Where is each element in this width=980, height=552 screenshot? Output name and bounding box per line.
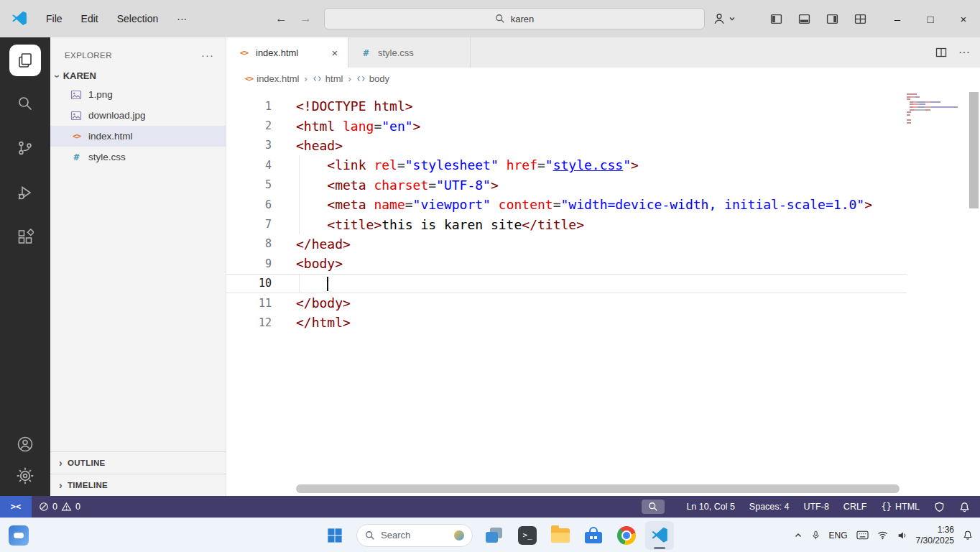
customize-layout-button[interactable] <box>854 13 866 25</box>
close-tab-button[interactable]: × <box>328 45 342 60</box>
menu-selection[interactable]: Selection <box>117 13 159 24</box>
forward-button[interactable]: → <box>300 12 312 26</box>
store-button[interactable] <box>579 521 608 550</box>
task-view-button[interactable] <box>480 521 509 550</box>
tab-indexhtml[interactable]: <> index.html × <box>226 37 348 68</box>
volume-icon[interactable] <box>897 530 907 540</box>
back-button[interactable]: ← <box>275 12 287 26</box>
code-line-12[interactable]: 12</html> <box>226 313 907 332</box>
minimap-line <box>907 98 967 100</box>
code-line-11[interactable]: 11</body> <box>226 293 907 313</box>
extensions-activity-button[interactable] <box>8 220 42 254</box>
code-text: <body> <box>296 256 343 271</box>
code-lines[interactable]: 1<!DOCTYPE html>2<html lang="en">3<head>… <box>226 96 907 333</box>
minimap[interactable] <box>907 93 967 124</box>
sidebar-bottom-sections: › OUTLINE › TIMELINE <box>50 451 226 496</box>
clock[interactable]: 1:36 7/30/2025 <box>916 525 954 546</box>
code-line-2[interactable]: 2<html lang="en"> <box>226 116 907 135</box>
vscode-taskbar-button[interactable] <box>645 521 674 550</box>
horizontal-scrollbar[interactable] <box>296 484 900 493</box>
problems-status[interactable]: 0 0 <box>32 502 80 512</box>
scrollbar-thumb[interactable] <box>969 92 979 208</box>
code-line-3[interactable]: 3<head> <box>226 136 907 155</box>
explorer-activity-button[interactable] <box>9 45 41 76</box>
search-status-button[interactable] <box>642 500 665 514</box>
search-activity-button[interactable] <box>8 86 42 121</box>
keyboard-icon[interactable] <box>856 530 869 540</box>
explorer-more-button[interactable]: ··· <box>201 49 214 61</box>
code-editor[interactable]: 1<!DOCTYPE html>2<html lang="en">3<head>… <box>226 89 980 496</box>
file-item-stylecss[interactable]: # style.css <box>50 147 226 167</box>
network-icon[interactable] <box>877 530 888 540</box>
settings-button[interactable] <box>17 467 34 484</box>
widgets-icon[interactable] <box>9 525 29 546</box>
code-line-10[interactable]: 10 <box>226 274 907 293</box>
file-name: index.html <box>88 131 133 142</box>
notifications-bell-icon[interactable] <box>959 502 970 512</box>
indentation-status[interactable]: Spaces: 4 <box>749 502 790 512</box>
breadcrumbs: <> index.html › html › body <box>226 68 980 89</box>
tray-chevron-up-icon[interactable] <box>794 531 803 540</box>
minimize-button[interactable]: – <box>881 0 914 37</box>
account-icon <box>17 436 34 453</box>
code-line-6[interactable]: 6 <meta name="viewport" content="width=d… <box>226 195 907 214</box>
chrome-button[interactable] <box>612 521 641 550</box>
menu-more-button[interactable]: ··· <box>177 13 187 24</box>
code-line-9[interactable]: 9<body> <box>226 254 907 273</box>
file-item-1png[interactable]: 1.png <box>50 84 226 105</box>
image-file-icon <box>70 110 83 121</box>
command-center-search[interactable]: karen <box>324 8 705 29</box>
breadcrumb-html[interactable]: html <box>313 73 343 84</box>
breadcrumb-body[interactable]: body <box>356 73 389 84</box>
taskbar-apps: Search >_ <box>320 518 674 552</box>
remote-indicator[interactable]: >< <box>0 496 32 518</box>
file-item-downloadjpg[interactable]: download.jpg <box>50 105 226 126</box>
eol-status[interactable]: CRLF <box>843 502 867 512</box>
microphone-icon[interactable] <box>811 530 820 540</box>
source-control-activity-button[interactable] <box>8 131 42 165</box>
run-debug-activity-button[interactable] <box>8 175 42 210</box>
line-number: 4 <box>226 159 296 172</box>
warning-count: 0 <box>75 502 80 512</box>
search-icon <box>365 530 375 540</box>
code-line-5[interactable]: 5 <meta charset="UTF-8"> <box>226 175 907 195</box>
code-line-1[interactable]: 1<!DOCTYPE html> <box>226 96 907 116</box>
minimap-line <box>907 119 967 121</box>
start-button[interactable] <box>320 521 349 550</box>
toggle-panel-button[interactable] <box>798 13 810 25</box>
maximize-button[interactable]: □ <box>914 0 947 37</box>
line-number: 2 <box>226 119 296 132</box>
cursor-position-status[interactable]: Ln 10, Col 5 <box>686 502 734 512</box>
tab-stylecss[interactable]: # style.css <box>348 37 471 68</box>
editor-group: <> index.html × # style.css ··· <> index… <box>226 37 980 496</box>
breadcrumb-file[interactable]: <> index.html <box>245 73 300 84</box>
code-line-4[interactable]: 4 <link rel="stylesheet" href="style.css… <box>226 155 907 175</box>
folder-root-karen[interactable]: › KAREN <box>50 68 226 84</box>
code-line-7[interactable]: 7 <title>this is karen site</title> <box>226 214 907 234</box>
file-item-indexhtml[interactable]: <> index.html <box>50 126 226 147</box>
toggle-sidebar-button[interactable] <box>770 13 782 25</box>
pinned-app-dark[interactable]: >_ <box>513 521 542 550</box>
line-number: 8 <box>226 237 296 250</box>
outline-section-header[interactable]: › OUTLINE <box>50 451 226 474</box>
input-language-indicator[interactable]: ENG <box>829 530 848 540</box>
file-explorer-button[interactable] <box>546 521 575 550</box>
menu-file[interactable]: File <box>46 13 63 24</box>
file-name: download.jpg <box>88 110 146 121</box>
split-editor-button[interactable] <box>935 47 947 58</box>
encoding-status[interactable]: UTF-8 <box>803 502 828 512</box>
copilot-icon[interactable] <box>934 502 945 512</box>
toggle-secondary-sidebar-button[interactable] <box>826 13 838 25</box>
taskbar-search-box[interactable]: Search <box>356 524 473 547</box>
close-button[interactable]: × <box>947 0 980 37</box>
vertical-scrollbar[interactable] <box>967 89 980 496</box>
code-line-8[interactable]: 8</head> <box>226 234 907 254</box>
menu-edit[interactable]: Edit <box>81 13 98 24</box>
notification-bell-icon[interactable] <box>963 530 973 540</box>
editor-more-button[interactable]: ··· <box>958 46 970 59</box>
timeline-section-header[interactable]: › TIMELINE <box>50 474 226 496</box>
line-number: 10 <box>226 277 296 290</box>
account-button[interactable] <box>17 436 34 453</box>
accounts-button[interactable] <box>712 12 736 26</box>
language-mode-status[interactable]: {} HTML <box>882 502 920 512</box>
